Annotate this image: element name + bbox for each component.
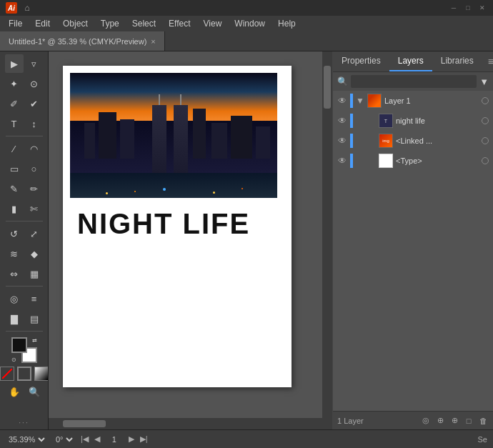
panel-menu-button[interactable]: ≡ bbox=[482, 53, 493, 70]
layer-row-nightlife[interactable]: 👁 T night life bbox=[333, 111, 493, 131]
swap-colors-icon[interactable]: ⇄ bbox=[32, 337, 37, 344]
layer-visibility-nightlife[interactable]: 👁 bbox=[337, 116, 347, 126]
menu-object[interactable]: Object bbox=[57, 17, 94, 30]
scale-tool[interactable]: ⤢ bbox=[25, 224, 44, 243]
layer-target-linked[interactable] bbox=[482, 137, 489, 144]
layer-visibility-type[interactable]: 👁 bbox=[337, 156, 347, 166]
locate-layer-icon[interactable]: ◎ bbox=[420, 415, 432, 427]
stroke-mode[interactable] bbox=[17, 367, 31, 381]
line-tool[interactable]: ∕ bbox=[5, 139, 24, 158]
menu-edit[interactable]: Edit bbox=[29, 17, 56, 30]
lasso-tool[interactable]: ⊙ bbox=[25, 74, 44, 93]
vertical-scrollbar-thumb[interactable] bbox=[324, 66, 331, 109]
vertical-type-tool[interactable]: ↕ bbox=[25, 114, 44, 133]
app-home-button[interactable]: ⌂ bbox=[21, 2, 33, 14]
tab-layers[interactable]: Layers bbox=[389, 51, 432, 71]
layer-expand-layer1[interactable]: ▼ bbox=[356, 96, 364, 105]
layer-thumb-nightlife: T bbox=[379, 114, 393, 128]
prev-page-button[interactable]: |◀ bbox=[81, 434, 89, 444]
type-tool[interactable]: T bbox=[5, 114, 24, 133]
menu-select[interactable]: Select bbox=[126, 17, 161, 30]
paintbrush-tool[interactable]: ✎ bbox=[5, 179, 24, 198]
filter-icon[interactable]: ▼ bbox=[479, 76, 489, 87]
layer-target-type[interactable] bbox=[482, 157, 489, 164]
layer-color-indicator-type bbox=[350, 154, 353, 168]
gradient-tool[interactable]: ▇ bbox=[5, 309, 24, 328]
width-tool[interactable]: ⇔ bbox=[5, 264, 24, 283]
pen-tool[interactable]: ✐ bbox=[5, 94, 24, 113]
menu-type[interactable]: Type bbox=[95, 17, 125, 30]
artboard: NIGHT LIFE bbox=[63, 66, 292, 387]
magic-wand-tool[interactable]: ✦ bbox=[5, 74, 24, 93]
foreground-color-swatch[interactable] bbox=[11, 337, 27, 353]
document-tab[interactable]: Untitled-1* @ 35.39 % (CMYK/Preview) × bbox=[0, 31, 165, 51]
toolbar-more-button[interactable]: ··· bbox=[19, 419, 29, 427]
prev-button[interactable]: ◀ bbox=[94, 434, 100, 444]
reset-colors-icon[interactable]: ⊙ bbox=[11, 357, 16, 363]
layer-row-type[interactable]: 👁 <Type> bbox=[333, 151, 493, 171]
tab-properties[interactable]: Properties bbox=[333, 51, 389, 71]
layer-visibility-layer1[interactable]: 👁 bbox=[337, 96, 347, 106]
canvas-area[interactable]: NIGHT LIFE bbox=[49, 51, 332, 429]
layers-list: 👁 ▼ Layer 1 👁 T night life bbox=[333, 91, 493, 411]
menu-help[interactable]: Help bbox=[272, 17, 302, 30]
zoom-tool[interactable]: 🔍 bbox=[25, 382, 44, 401]
eraser-tool[interactable]: ▮ bbox=[5, 199, 24, 218]
graph-tool[interactable]: ▦ bbox=[25, 264, 44, 283]
rect-tool[interactable]: ▭ bbox=[5, 159, 24, 178]
layers-count-text: 1 Layer bbox=[337, 417, 417, 425]
horizontal-scrollbar-thumb[interactable] bbox=[63, 420, 106, 427]
fill-mode[interactable] bbox=[0, 367, 14, 381]
next-page-button[interactable]: ▶| bbox=[140, 434, 148, 444]
warp-tool[interactable]: ≋ bbox=[5, 244, 24, 263]
tool-row-line: ∕ ◠ bbox=[5, 139, 44, 158]
horizontal-scrollbar[interactable] bbox=[49, 418, 322, 429]
select-tool[interactable]: ▶ bbox=[5, 54, 24, 73]
layer-target-nightlife[interactable] bbox=[482, 117, 489, 124]
layer-name-nightlife: night life bbox=[396, 116, 479, 125]
close-button[interactable]: ✕ bbox=[477, 3, 487, 13]
tab-libraries[interactable]: Libraries bbox=[432, 51, 482, 71]
ellipse-tool[interactable]: ○ bbox=[25, 159, 44, 178]
add-anchor-tool[interactable]: ✔ bbox=[25, 94, 44, 113]
menu-window[interactable]: Window bbox=[229, 17, 271, 30]
blend-tool[interactable]: ◎ bbox=[5, 289, 24, 308]
new-sublayer-icon[interactable]: ⊕ bbox=[449, 415, 460, 427]
tab-bar: Untitled-1* @ 35.39 % (CMYK/Preview) × bbox=[0, 31, 493, 51]
next-button[interactable]: ▶ bbox=[129, 434, 134, 444]
foreground-background: ⇄ ⊙ bbox=[11, 337, 37, 363]
menu-file[interactable]: File bbox=[3, 17, 28, 30]
layers-search-input[interactable] bbox=[351, 75, 477, 88]
layer-name-linked: <Linked ... bbox=[396, 136, 479, 145]
layer-visibility-linked[interactable]: 👁 bbox=[337, 136, 347, 146]
scissors-tool[interactable]: ✄ bbox=[25, 199, 44, 218]
color-area: ⇄ ⊙ bbox=[0, 337, 49, 381]
title-bar-left: Ai ⌂ bbox=[6, 2, 33, 14]
zoom-select[interactable]: 35.39% bbox=[6, 434, 47, 444]
column-graph-tool[interactable]: ≡ bbox=[25, 289, 44, 308]
puppet-warp-tool[interactable]: ◆ bbox=[25, 244, 44, 263]
layer-name-type: <Type> bbox=[396, 156, 479, 165]
tab-close-button[interactable]: × bbox=[151, 37, 155, 46]
angle-select[interactable]: 0° bbox=[53, 434, 75, 444]
mesh-tool[interactable]: ▤ bbox=[25, 309, 44, 328]
direct-select-tool[interactable]: ▿ bbox=[25, 54, 44, 73]
layer-row-linked[interactable]: 👁 img <Linked ... bbox=[333, 131, 493, 151]
new-layer-icon[interactable]: □ bbox=[463, 415, 474, 427]
page-number-input[interactable] bbox=[106, 435, 123, 444]
minimize-button[interactable]: ─ bbox=[449, 3, 459, 13]
gradient-fill[interactable] bbox=[34, 367, 49, 381]
rotate-tool[interactable]: ↺ bbox=[5, 224, 24, 243]
make-clipping-icon[interactable]: ⊕ bbox=[434, 415, 446, 427]
layer-row-layer1[interactable]: 👁 ▼ Layer 1 bbox=[333, 91, 493, 111]
arc-tool[interactable]: ◠ bbox=[25, 139, 44, 158]
app-icon: Ai bbox=[6, 2, 17, 14]
menu-view[interactable]: View bbox=[198, 17, 228, 30]
hand-tool[interactable]: ✋ bbox=[5, 382, 24, 401]
pencil-tool[interactable]: ✏ bbox=[25, 179, 44, 198]
maximize-button[interactable]: □ bbox=[463, 3, 473, 13]
delete-layer-icon[interactable]: 🗑 bbox=[477, 415, 489, 427]
vertical-scrollbar[interactable] bbox=[322, 51, 332, 418]
menu-effect[interactable]: Effect bbox=[163, 17, 196, 30]
layer-target-layer1[interactable] bbox=[482, 97, 489, 104]
